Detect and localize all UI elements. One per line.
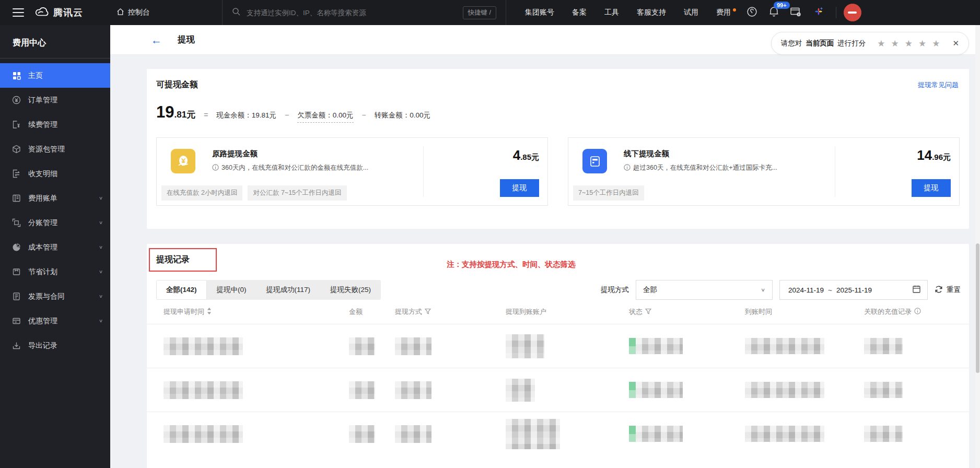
topbar-icons: 99+ bbox=[746, 6, 836, 19]
export-icon bbox=[12, 341, 21, 350]
withdraw-button[interactable]: 提现 bbox=[912, 179, 951, 197]
shortcut-badge: 快捷键 / bbox=[463, 6, 496, 19]
withdrawable-amount: 19 bbox=[156, 103, 174, 122]
brand-name: 腾讯云 bbox=[53, 6, 83, 19]
hamburger-menu-icon[interactable] bbox=[13, 6, 24, 19]
rating-target: 当前页面 bbox=[806, 39, 834, 48]
cloud-logo-icon bbox=[34, 6, 49, 19]
table-row[interactable] bbox=[147, 368, 969, 412]
chevron-down-icon: ∨ bbox=[99, 294, 103, 299]
redacted-cell bbox=[636, 338, 683, 354]
search-input[interactable] bbox=[247, 9, 463, 17]
star-icon[interactable]: ★ bbox=[918, 38, 926, 49]
redacted-cell bbox=[349, 425, 375, 443]
sort-icon[interactable] bbox=[207, 308, 212, 316]
sidebar-item-orders[interactable]: 订单管理 bbox=[0, 88, 110, 112]
sidebar-item-invoices-contracts[interactable]: 发票与合同 ∨ bbox=[0, 284, 110, 309]
chevron-down-icon: ∨ bbox=[99, 195, 103, 201]
brand-logo[interactable]: 腾讯云 bbox=[34, 6, 83, 19]
owed-invoice-amount[interactable]: 欠票金额：0.00元 bbox=[297, 111, 353, 123]
chevron-down-icon: ∨ bbox=[99, 269, 103, 274]
home-grid-icon bbox=[12, 71, 21, 80]
topnav-group-account[interactable]: 集团账号 bbox=[525, 8, 554, 17]
redacted-cell bbox=[745, 382, 824, 398]
sidebar-item-savings-plans[interactable]: 节省计划 ∨ bbox=[0, 260, 110, 284]
info-icon[interactable] bbox=[914, 308, 921, 316]
page-title: 提现 bbox=[178, 34, 195, 45]
status-green-indicator bbox=[629, 338, 636, 354]
redacted-cell bbox=[506, 334, 544, 358]
global-search[interactable]: 快捷键 / bbox=[222, 0, 506, 25]
sidebar-item-discounts[interactable]: 优惠管理 ∨ bbox=[0, 309, 110, 333]
notifications-bell-icon[interactable]: 99+ bbox=[769, 6, 779, 19]
withdraw-faq-link[interactable]: 提现常见问题 bbox=[918, 80, 959, 90]
vertical-scrollbar[interactable] bbox=[975, 25, 980, 468]
redacted-cell bbox=[636, 426, 683, 442]
sidebar-item-home[interactable]: 主页 bbox=[0, 63, 110, 88]
col-request-time[interactable]: 提现申请时间 bbox=[164, 307, 349, 317]
feedback-icon[interactable] bbox=[746, 6, 757, 19]
sidebar-item-export-records[interactable]: 导出记录 bbox=[0, 333, 110, 358]
rating-widget: 请您对 当前页面 进行打分 ★ ★ ★ ★ ★ ✕ bbox=[771, 32, 969, 55]
col-method[interactable]: 提现方式 bbox=[395, 307, 506, 317]
redacted-cell bbox=[395, 381, 431, 399]
bank-card-icon bbox=[582, 149, 607, 173]
topnav-tools[interactable]: 工具 bbox=[604, 8, 619, 17]
star-icon[interactable]: ★ bbox=[891, 38, 899, 49]
sidebar-item-resource-packages[interactable]: 资源包管理 bbox=[0, 137, 110, 161]
redacted-cell bbox=[864, 426, 903, 442]
sidebar-item-transactions[interactable]: 收支明细 bbox=[0, 161, 110, 186]
ai-assistant-icon[interactable] bbox=[813, 6, 824, 19]
method-select[interactable]: 全部 ∨ bbox=[636, 280, 773, 300]
user-avatar[interactable] bbox=[844, 4, 861, 21]
topnav-billing[interactable]: 费用 bbox=[716, 8, 731, 17]
star-icon[interactable]: ★ bbox=[932, 38, 940, 49]
original-route-withdraw-card: 原路提现金额 360天内，在线充值和对公汇款的金额在线充值款... 在线充值款 … bbox=[156, 137, 548, 206]
reset-button[interactable]: 重置 bbox=[935, 285, 961, 295]
redacted-cell bbox=[349, 381, 375, 399]
sidebar-item-bills[interactable]: 费用账单 ∨ bbox=[0, 186, 110, 210]
console-settings-icon[interactable] bbox=[790, 7, 801, 19]
chevron-down-icon: ∨ bbox=[761, 287, 765, 293]
scrollbar-thumb[interactable] bbox=[976, 243, 979, 373]
invoice-icon bbox=[12, 292, 21, 301]
table-row[interactable] bbox=[147, 412, 969, 455]
filter-funnel-icon[interactable] bbox=[645, 308, 651, 316]
sidebar-item-renewals[interactable]: 续费管理 bbox=[0, 112, 110, 137]
tab-failed[interactable]: 提现失败(25) bbox=[320, 280, 381, 300]
star-icon[interactable]: ★ bbox=[877, 38, 885, 49]
card-amount: 14 bbox=[917, 147, 932, 163]
topnav-icp[interactable]: 备案 bbox=[572, 8, 587, 17]
table-row[interactable] bbox=[147, 324, 969, 368]
tab-in-progress[interactable]: 提现中(0) bbox=[207, 280, 256, 300]
home-icon bbox=[116, 8, 124, 17]
tab-success[interactable]: 提现成功(117) bbox=[256, 280, 321, 300]
transfer-amount: 转账金额：0.00元 bbox=[375, 111, 430, 120]
info-icon bbox=[624, 164, 631, 172]
savings-icon bbox=[12, 267, 21, 276]
col-related-recharge: 关联的充值记录 bbox=[864, 307, 961, 317]
split-account-icon bbox=[12, 218, 21, 227]
renew-icon bbox=[12, 120, 21, 129]
redacted-cell bbox=[395, 337, 431, 355]
method-filter-label: 提现方式 bbox=[601, 285, 629, 295]
sidebar-item-split-accounts[interactable]: 分账管理 ∨ bbox=[0, 210, 110, 235]
card-amount: 4 bbox=[513, 147, 520, 163]
close-icon[interactable]: ✕ bbox=[952, 39, 959, 48]
topnav-trial[interactable]: 试用 bbox=[684, 8, 698, 17]
chevron-down-icon: ∨ bbox=[99, 220, 103, 225]
topnav-support[interactable]: 客服支持 bbox=[637, 8, 666, 17]
console-link[interactable]: 控制台 bbox=[116, 8, 150, 17]
redacted-cell bbox=[864, 382, 903, 398]
tab-all[interactable]: 全部(142) bbox=[156, 280, 207, 300]
sidebar-item-cost-management[interactable]: 成本管理 ∨ bbox=[0, 235, 110, 260]
filter-funnel-icon[interactable] bbox=[425, 308, 431, 316]
col-status[interactable]: 状态 bbox=[629, 307, 745, 317]
balance-equation: 19.81元 = 现金余额：19.81元 − 欠票金额：0.00元 − 转账金额… bbox=[156, 103, 960, 123]
rating-stars: ★ ★ ★ ★ ★ bbox=[877, 38, 940, 49]
back-arrow-icon[interactable]: ← bbox=[151, 34, 162, 45]
date-range-picker[interactable]: 2024-11-19 ~ 2025-11-19 bbox=[779, 280, 928, 300]
withdraw-button[interactable]: 提现 bbox=[500, 179, 539, 197]
records-filter-note: 注：支持按提现方式、时间、状态筛选 bbox=[447, 260, 576, 270]
star-icon[interactable]: ★ bbox=[905, 38, 913, 49]
